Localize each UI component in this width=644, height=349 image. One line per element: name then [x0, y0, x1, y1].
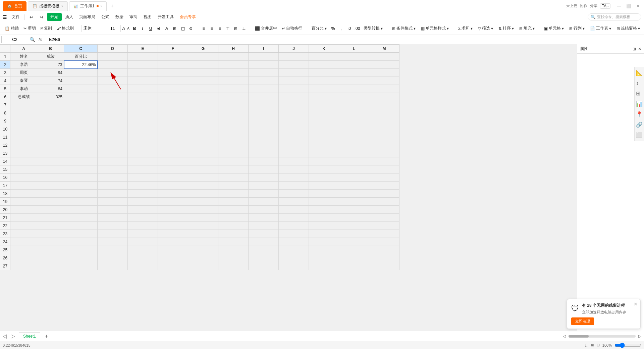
cell-E15[interactable] [128, 165, 158, 173]
italic-button[interactable]: I [139, 25, 146, 32]
copy-button[interactable]: ⎘ 复制 [39, 24, 54, 32]
cell-C8[interactable] [64, 109, 98, 117]
cell-F3[interactable] [158, 69, 188, 77]
sidebar-icon-2[interactable]: ↕ [636, 80, 643, 86]
cell-E23[interactable] [128, 230, 158, 238]
cell-I11[interactable] [249, 133, 279, 141]
fill-color-button[interactable]: ◫ [179, 25, 186, 32]
cell-C17[interactable] [64, 182, 98, 190]
cell-H24[interactable] [218, 238, 249, 246]
cell-C9[interactable] [64, 117, 98, 125]
cell-B15[interactable] [37, 165, 64, 173]
cell-I26[interactable] [249, 254, 279, 262]
cell-K23[interactable] [309, 230, 339, 238]
cell-E21[interactable] [128, 214, 158, 222]
cell-D10[interactable] [98, 125, 128, 133]
cell-A11[interactable] [10, 133, 37, 141]
cell-K25[interactable] [309, 246, 339, 254]
cell-K22[interactable] [309, 222, 339, 230]
cell-B20[interactable] [37, 206, 64, 214]
maximize-button[interactable]: ⬜ [625, 3, 632, 9]
cell-G14[interactable] [188, 157, 218, 165]
cell-D19[interactable] [98, 198, 128, 206]
cell-L24[interactable] [339, 238, 369, 246]
number-format-dropdown[interactable]: 百分比 ▾ [310, 24, 329, 32]
cell-E17[interactable] [128, 182, 158, 190]
cell-G13[interactable] [188, 149, 218, 157]
cell-A18[interactable] [10, 190, 37, 198]
sidebar-icon-7[interactable]: ⬜ [636, 132, 643, 138]
underline-button[interactable]: U [147, 25, 154, 32]
sort-button[interactable]: ⇅ 排序 ▾ [496, 24, 516, 32]
worksheet-button[interactable]: 📄 工作表 ▾ [588, 24, 613, 32]
cell-E27[interactable] [128, 262, 158, 270]
row-header-27[interactable]: 27 [0, 262, 10, 270]
cell-J4[interactable] [279, 77, 309, 85]
row-header-2[interactable]: 2 [0, 61, 10, 69]
row-header-21[interactable]: 21 [0, 214, 10, 222]
cell-G24[interactable] [188, 238, 218, 246]
cell-G9[interactable] [188, 117, 218, 125]
comma-button[interactable]: , [337, 25, 345, 32]
col-header-a[interactable]: A [10, 45, 37, 53]
cell-F18[interactable] [158, 190, 188, 198]
menu-formula[interactable]: 公式 [99, 13, 112, 21]
cell-C23[interactable] [64, 230, 98, 238]
cell-A5[interactable]: 李萌 [10, 85, 37, 93]
cell-M3[interactable] [369, 69, 399, 77]
cell-D26[interactable] [98, 254, 128, 262]
cell-I16[interactable] [249, 173, 279, 182]
cell-L4[interactable] [339, 77, 369, 85]
cell-L9[interactable] [339, 117, 369, 125]
cell-E1[interactable] [128, 53, 158, 61]
menu-icon[interactable]: ☰ [3, 14, 7, 20]
cell-A21[interactable] [10, 214, 37, 222]
cell-I21[interactable] [249, 214, 279, 222]
cell-L20[interactable] [339, 206, 369, 214]
cell-M26[interactable] [369, 254, 399, 262]
row-header-16[interactable]: 16 [0, 173, 10, 182]
cell-I12[interactable] [249, 141, 279, 149]
cell-L16[interactable] [339, 173, 369, 182]
undo-button[interactable]: ↩ [27, 13, 36, 21]
cell-H18[interactable] [218, 190, 249, 198]
cell-J10[interactable] [279, 125, 309, 133]
freeze-button[interactable]: ⊟ 冻结窗格 ▾ [614, 24, 642, 32]
row-header-14[interactable]: 14 [0, 157, 10, 165]
cell-M19[interactable] [369, 198, 399, 206]
row-header-10[interactable]: 10 [0, 125, 10, 133]
cell-K9[interactable] [309, 117, 339, 125]
cell-B2[interactable]: 73 [37, 61, 64, 69]
cell-C27[interactable] [64, 262, 98, 270]
cell-L13[interactable] [339, 149, 369, 157]
cell-A16[interactable] [10, 173, 37, 182]
cell-B7[interactable] [37, 101, 64, 109]
cell-F20[interactable] [158, 206, 188, 214]
font-size-input[interactable] [109, 25, 121, 32]
cell-D16[interactable] [98, 173, 128, 182]
cell-F2[interactable] [158, 61, 188, 69]
cell-E6[interactable] [128, 93, 158, 101]
cell-M12[interactable] [369, 141, 399, 149]
cell-M20[interactable] [369, 206, 399, 214]
cell-A6[interactable]: 总成绩 [10, 93, 37, 101]
cell-A10[interactable] [10, 125, 37, 133]
cell-C2[interactable]: 22.46% [64, 61, 98, 69]
col-header-d[interactable]: D [98, 45, 128, 53]
cell-C4[interactable] [64, 77, 98, 85]
cell-J22[interactable] [279, 222, 309, 230]
cell-C14[interactable] [64, 157, 98, 165]
percent-button[interactable]: % [329, 25, 337, 32]
cell-C10[interactable] [64, 125, 98, 133]
cell-L8[interactable] [339, 109, 369, 117]
cell-M1[interactable] [369, 53, 399, 61]
cell-M4[interactable] [369, 77, 399, 85]
cell-G6[interactable] [188, 93, 218, 101]
cell-I15[interactable] [249, 165, 279, 173]
sum-button[interactable]: Σ 求和 ▾ [456, 24, 475, 32]
cell-G2[interactable] [188, 61, 218, 69]
cell-M16[interactable] [369, 173, 399, 182]
cell-B5[interactable]: 84 [37, 85, 64, 93]
cell-G20[interactable] [188, 206, 218, 214]
fill-button[interactable]: ⊟ 填充 ▾ [517, 24, 537, 32]
